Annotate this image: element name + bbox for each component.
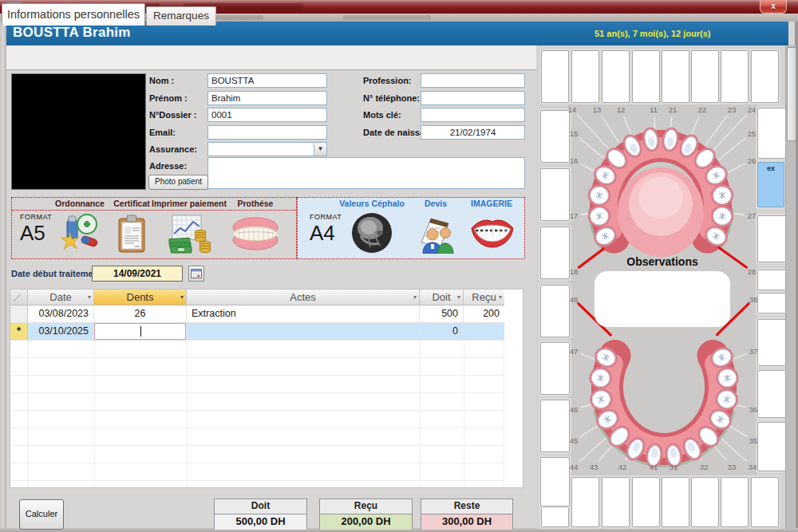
- mots-cle-field[interactable]: [421, 108, 525, 122]
- column-header-date[interactable]: Date▾: [28, 290, 94, 305]
- cell-actes[interactable]: [187, 323, 420, 341]
- column-header-recu[interactable]: Reçu▾: [464, 290, 504, 305]
- tooth-number-11: 11: [650, 105, 658, 114]
- table-header-row: Date▾ Dents▾ Actes▾ Doit▾ Reçu▾: [10, 290, 523, 305]
- format-a4-label: FORMATA4: [310, 214, 342, 243]
- adresse-label: Adresse:: [149, 161, 187, 171]
- telephone-field[interactable]: [421, 91, 525, 105]
- tooth-note-box[interactable]: [571, 477, 599, 527]
- tooth-number-41: 41: [650, 463, 658, 471]
- cell-dents-editing[interactable]: [94, 323, 187, 341]
- total-recu-box: Reçu 200,00 DH: [319, 499, 413, 529]
- tooth-note-box[interactable]: [540, 400, 570, 452]
- sort-arrow-icon[interactable]: ▾: [413, 290, 417, 305]
- new-record-selector[interactable]: *: [10, 323, 28, 341]
- tooth-26-status-box[interactable]: ex: [757, 162, 784, 207]
- adresse-field[interactable]: [207, 157, 525, 189]
- calculer-button[interactable]: Calculer: [19, 499, 64, 530]
- tooth-note-box[interactable]: [571, 50, 599, 103]
- tooth-note-box[interactable]: [632, 50, 660, 103]
- chevron-down-icon[interactable]: ▼: [314, 143, 326, 156]
- tooth-note-box[interactable]: [757, 270, 786, 290]
- tooth-note-box[interactable]: [691, 477, 719, 527]
- tooth-note-box[interactable]: [540, 110, 570, 163]
- sort-arrow-icon[interactable]: ▾: [180, 290, 184, 305]
- tooth-note-box[interactable]: [721, 50, 749, 103]
- dossier-field[interactable]: [207, 108, 327, 122]
- cell-date[interactable]: 03/10/2025: [28, 323, 94, 341]
- tooth-note-box[interactable]: [691, 50, 719, 103]
- tooth-note-box[interactable]: [751, 477, 779, 527]
- scrollbar-thumb[interactable]: [787, 47, 796, 141]
- tooth-note-box[interactable]: [540, 285, 570, 337]
- calendar-button[interactable]: [188, 266, 204, 282]
- imagerie-icon[interactable]: [469, 217, 516, 252]
- tooth-number-23: 23: [728, 105, 737, 114]
- dental-chart-panel: Observations ex1413121121222324152516261…: [536, 45, 785, 529]
- cell-date[interactable]: 03/08/2023: [28, 305, 94, 323]
- photo-patient-button[interactable]: Photo patient: [148, 175, 208, 190]
- email-field[interactable]: [207, 125, 327, 140]
- profession-field[interactable]: [421, 73, 525, 88]
- tooth-note-box[interactable]: [662, 50, 689, 103]
- date-debut-traitement-field[interactable]: 14/09/2021: [92, 266, 183, 282]
- cell-doit[interactable]: 0: [420, 323, 464, 341]
- window-left-border: [0, 22, 6, 532]
- tooth-note-box[interactable]: [757, 215, 786, 262]
- vertical-scrollbar[interactable]: [785, 45, 796, 529]
- table-new-row: * 03/10/2025 0: [10, 323, 523, 341]
- column-header-actes[interactable]: Actes▾: [187, 290, 420, 305]
- table-empty-area[interactable]: [10, 341, 504, 487]
- prothese-icon[interactable]: [230, 217, 281, 254]
- certificat-icon[interactable]: [114, 214, 149, 257]
- tab-remarques[interactable]: Remarques: [146, 6, 216, 26]
- cell-dents[interactable]: 26: [94, 305, 187, 323]
- sort-arrow-icon[interactable]: ▾: [88, 290, 91, 305]
- tooth-number-31: 31: [670, 463, 678, 471]
- tooth-note-box[interactable]: [541, 50, 569, 103]
- valeurs-cephalo-icon[interactable]: [351, 212, 393, 257]
- patient-name: BOUSTTA Brahim: [13, 25, 131, 41]
- sort-arrow-icon[interactable]: ▾: [499, 290, 502, 305]
- tooth-note-box[interactable]: [602, 477, 630, 527]
- cell-recu[interactable]: 200: [464, 305, 504, 323]
- observations-box[interactable]: [595, 271, 730, 327]
- tooth-note-box[interactable]: [540, 227, 570, 279]
- imprimer-paiement-icon[interactable]: [166, 213, 212, 258]
- tooth-note-box[interactable]: [662, 477, 689, 527]
- tooth-note-box[interactable]: [721, 477, 749, 527]
- column-header-doit[interactable]: Doit▾: [420, 290, 464, 305]
- tooth-note-box[interactable]: [540, 168, 570, 221]
- ordonnance-icon[interactable]: [61, 212, 101, 257]
- nom-field[interactable]: [207, 73, 327, 88]
- tooth-note-box[interactable]: [757, 108, 786, 159]
- tooth-note-box[interactable]: [602, 50, 630, 103]
- tooth-note-box[interactable]: [540, 457, 570, 506]
- prenom-field[interactable]: [207, 91, 327, 105]
- tab-informations-personnelles[interactable]: Informations personnelles: [2, 3, 145, 26]
- cell-actes[interactable]: Extraction: [187, 305, 420, 323]
- tooth-note-box[interactable]: [757, 319, 786, 366]
- row-selector-header[interactable]: [10, 290, 28, 305]
- tooth-number-45: 45: [570, 436, 579, 445]
- ribbon-blur-text: [343, 15, 431, 20]
- column-header-dents[interactable]: Dents▾: [94, 290, 187, 305]
- row-selector[interactable]: [10, 305, 28, 323]
- naissance-field[interactable]: [421, 125, 525, 140]
- tooth-number-27: 27: [748, 211, 757, 220]
- cell-doit[interactable]: 500: [420, 305, 464, 323]
- assurance-label: Assurance:: [149, 144, 197, 154]
- tooth-note-box[interactable]: [751, 50, 779, 103]
- close-button[interactable]: x: [760, 0, 787, 14]
- tooth-note-box[interactable]: [632, 477, 660, 527]
- sort-arrow-icon[interactable]: ▾: [457, 290, 460, 305]
- grid-line: [464, 341, 464, 487]
- devis-icon[interactable]: [413, 212, 458, 257]
- assurance-dropdown[interactable]: ▼: [207, 142, 327, 156]
- tooth-note-box[interactable]: [757, 293, 786, 313]
- tooth-note-box[interactable]: [757, 370, 786, 418]
- tooth-note-box[interactable]: [757, 422, 786, 471]
- tooth-note-box[interactable]: [540, 342, 570, 395]
- tooth-number-46: 46: [570, 405, 579, 414]
- cell-recu[interactable]: [464, 323, 504, 341]
